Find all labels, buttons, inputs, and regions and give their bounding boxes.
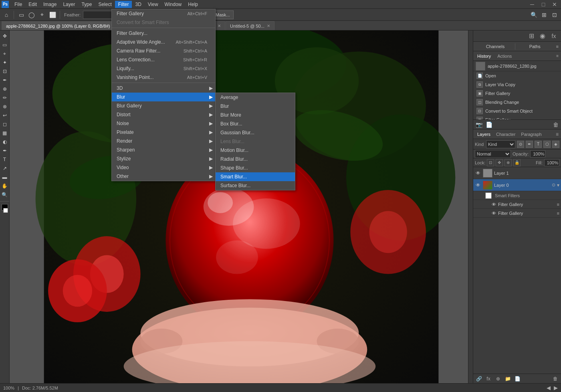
lock-move-btn[interactable]: ✥ xyxy=(496,159,503,166)
layers-panel-menu[interactable]: ≡ xyxy=(556,131,559,137)
blur-motion[interactable]: Motion Blur... xyxy=(216,146,295,155)
kind-icon-btn3[interactable]: T xyxy=(535,141,542,148)
filter-3d[interactable]: 3D ▶ xyxy=(112,84,215,93)
ellipse-select-btn[interactable]: ◯ xyxy=(27,10,36,20)
search-btn[interactable]: 🔍 xyxy=(529,10,539,20)
layer-1-vis[interactable]: 👁 xyxy=(475,170,481,176)
blur-shape[interactable]: Shape Blur... xyxy=(216,164,295,172)
history-panel-menu[interactable]: ≡ xyxy=(556,54,559,58)
camera-raw-filter[interactable]: Camera Raw Filter... Shift+Ctrl+A xyxy=(112,46,215,55)
new-group-btn[interactable]: 📁 xyxy=(504,375,512,383)
history-tab[interactable]: History xyxy=(476,54,492,59)
filter-blur-gallery[interactable]: Blur Gallery ▶ xyxy=(112,101,215,110)
link-layers-btn[interactable]: 🔗 xyxy=(475,375,483,383)
history-item-layercopy[interactable]: ⧉ Layer Via Copy xyxy=(473,80,561,89)
filter-other[interactable]: Other ▶ xyxy=(112,172,215,181)
new-snapshot-btn[interactable]: 📷 xyxy=(476,121,482,128)
filter-render[interactable]: Render ▶ xyxy=(112,137,215,145)
menu-edit[interactable]: Edit xyxy=(25,1,40,8)
lasso-btn[interactable]: ⌖ xyxy=(37,10,47,20)
lock-artboard-btn[interactable]: ⊕ xyxy=(504,159,512,166)
add-mask-btn[interactable]: ⊕ xyxy=(494,375,502,383)
vanishing-point[interactable]: Vanishing Point... Alt+Ctrl+V xyxy=(112,73,215,82)
layers-tab[interactable]: Layers xyxy=(476,132,492,137)
path-select-tool[interactable]: ↗ xyxy=(1,164,9,172)
tab-apple[interactable]: apple-2788662_1280.jpg @ 100% (Layer 0, … xyxy=(2,21,123,30)
history-item-open[interactable]: 📄 Open xyxy=(473,71,561,80)
zoom-btn[interactable]: ⊡ xyxy=(550,10,559,20)
hand-tool[interactable]: ✋ xyxy=(1,182,9,190)
gradient-tool[interactable]: ▦ xyxy=(1,129,9,137)
lasso-tool[interactable]: ⌖ xyxy=(1,50,9,58)
filter-gallery-sub[interactable]: Filter Gallery... xyxy=(112,29,215,38)
character-tab[interactable]: Character xyxy=(494,132,517,137)
filter-gallery-2[interactable]: 👁 Filter Gallery ≡ xyxy=(473,209,561,218)
actions-tab[interactable]: Actions xyxy=(496,54,513,59)
new-layer-btn[interactable]: 📄 xyxy=(513,375,521,383)
liquify[interactable]: Liquify... Shift+Ctrl+X xyxy=(112,64,215,73)
lock-all-btn[interactable]: 🔒 xyxy=(513,159,521,166)
create-doc-btn[interactable]: 📄 xyxy=(486,121,492,128)
channels-fx-icon[interactable]: fx xyxy=(549,31,559,41)
history-item-filtergallery2[interactable]: ▣ Filter Gallery xyxy=(473,115,561,119)
blur-smart[interactable]: Smart Blur... xyxy=(216,172,295,181)
maximize-btn[interactable]: □ xyxy=(539,0,548,9)
tab-untitled5[interactable]: Untitled-5 @ 50... ✕ xyxy=(226,21,274,30)
kind-select[interactable]: Kind xyxy=(486,140,515,148)
filter1-vis[interactable]: 👁 xyxy=(491,201,496,208)
history-item-filtergallery[interactable]: ▣ Filter Gallery xyxy=(473,89,561,98)
layer-0-item[interactable]: 👁 Layer 0 ⊙ ▾ xyxy=(473,179,561,191)
blur-surface[interactable]: Surface Blur... xyxy=(216,181,295,190)
blur-gaussian[interactable]: Gaussian Blur... xyxy=(216,128,295,137)
heal-tool[interactable]: ⊕ xyxy=(1,85,9,93)
channels-circle-icon[interactable]: ◉ xyxy=(538,31,547,41)
filter-sharpen[interactable]: Sharpen ▶ xyxy=(112,145,215,154)
filter2-vis[interactable]: 👁 xyxy=(491,210,496,216)
arrange-btn[interactable]: ⊞ xyxy=(539,10,549,20)
kind-icon-btn2[interactable]: ✒ xyxy=(526,141,533,148)
channels-grid-icon[interactable]: ⊞ xyxy=(527,31,536,41)
filter-distort[interactable]: Distort ▶ xyxy=(112,110,215,119)
filter-gallery-main[interactable]: Filter Gallery Alt+Ctrl+F xyxy=(112,9,215,18)
move-tool[interactable]: ✥ xyxy=(1,32,9,40)
close-btn[interactable]: ✕ xyxy=(550,0,559,9)
menu-select[interactable]: Select xyxy=(95,1,115,8)
menu-3d[interactable]: 3D xyxy=(132,1,144,8)
col-select-btn[interactable]: ⬜ xyxy=(48,10,57,20)
kind-icon-btn1[interactable]: ⊙ xyxy=(517,141,524,148)
layer-1-item[interactable]: 👁 Layer 1 xyxy=(473,167,561,179)
select-tool[interactable]: ▭ xyxy=(1,41,9,49)
home-btn[interactable]: ⌂ xyxy=(2,10,11,20)
crop-tool[interactable]: ⊡ xyxy=(1,67,9,75)
adaptive-wide-angle[interactable]: Adaptive Wide Angle... Alt+Shift+Ctrl+A xyxy=(112,38,215,46)
panel-menu-btn[interactable]: ≡ xyxy=(556,44,559,49)
kind-icon-btn4[interactable]: ⬡ xyxy=(543,141,551,148)
mode-select[interactable]: Normal xyxy=(475,150,511,158)
rect-select-btn[interactable]: ▭ xyxy=(16,10,26,20)
menu-window[interactable]: Window xyxy=(161,1,185,8)
status-arrow-right[interactable]: ▶ xyxy=(554,385,558,391)
lock-pixels-btn[interactable]: ⊡ xyxy=(487,159,494,166)
zoom-tool[interactable]: 🔍 xyxy=(1,191,9,199)
filter-noise[interactable]: Noise ▶ xyxy=(112,119,215,128)
layer-0-expand[interactable]: ▾ xyxy=(557,182,559,188)
menu-image[interactable]: Image xyxy=(40,1,60,8)
opacity-input[interactable] xyxy=(530,150,545,158)
filter-pixelate[interactable]: Pixelate ▶ xyxy=(112,128,215,137)
status-arrow-left[interactable]: ◀ xyxy=(547,385,551,391)
type-tool[interactable]: T xyxy=(1,156,9,164)
menu-file[interactable]: File xyxy=(11,1,25,8)
blur-average[interactable]: Average xyxy=(216,93,295,102)
filter-blur[interactable]: Blur ▶ Average Blur Blur More Box Blur..… xyxy=(112,93,215,101)
lens-correction[interactable]: Lens Correction... Shift+Ctrl+R xyxy=(112,55,215,64)
dodge-tool[interactable]: ◐ xyxy=(1,138,9,146)
feather-input[interactable] xyxy=(83,11,115,19)
menu-layer[interactable]: Layer xyxy=(60,1,78,8)
blur-radial[interactable]: Radial Blur... xyxy=(216,155,295,164)
delete-layer-btn[interactable]: 🗑 xyxy=(551,375,559,383)
blur-box[interactable]: Box Blur... xyxy=(216,119,295,128)
minimize-btn[interactable]: ─ xyxy=(527,0,537,9)
clone-tool[interactable]: ⊗ xyxy=(1,103,9,111)
add-style-btn[interactable]: fx xyxy=(484,375,492,383)
history-item-convertsmart[interactable]: ⊡ Convert to Smart Object xyxy=(473,107,561,115)
